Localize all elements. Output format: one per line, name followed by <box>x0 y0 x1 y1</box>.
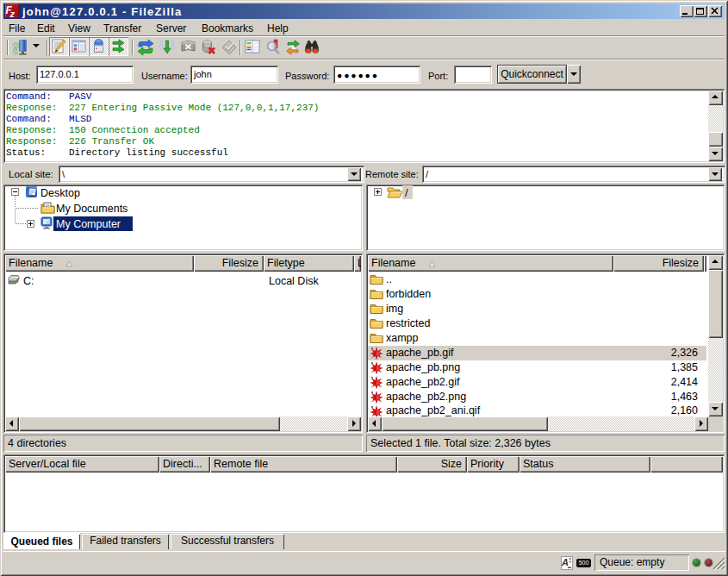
svg-text:A: A <box>562 557 569 567</box>
svg-text:z: z <box>9 9 16 18</box>
